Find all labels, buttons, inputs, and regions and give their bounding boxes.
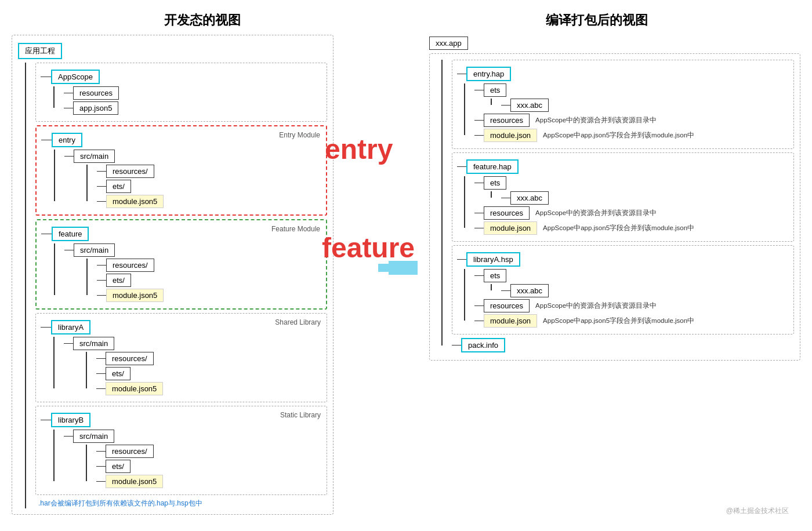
bottom-note: .har会被编译打包到所有依赖该文件的.hap与.hsp包中: [38, 499, 202, 507]
entry-module-json5-node: module.json5: [106, 195, 164, 208]
appscope-node: AppScope: [51, 70, 100, 84]
feature-node: feature: [52, 227, 89, 241]
libA-resources-ann: AppScope中的资源合并到该资源目录中: [535, 301, 657, 310]
entry-big-label: entry: [325, 133, 393, 165]
right-panel: xxx.app entry.hap ets: [429, 35, 800, 361]
libB-resources-node: resources/: [106, 445, 154, 458]
entry-resources-ann: AppScope中的资源合并到该资源目录中: [535, 116, 657, 125]
entry-module-json-ann: AppScope中app.json5字段合并到该module.json中: [543, 131, 694, 140]
resources-node: resources: [73, 86, 119, 100]
feature-resources-ann: AppScope中的资源合并到该资源目录中: [535, 209, 657, 217]
libA-ets-r-node: ets: [484, 269, 506, 282]
left-title: 开发态的视图: [164, 12, 241, 29]
right-title: 编译打包后的视图: [546, 12, 648, 29]
libA-module-json-ann: AppScope中app.json5字段合并到该module.json中: [543, 317, 694, 325]
libraryB-node: libraryB: [51, 413, 90, 427]
entry-ets-r-node: ets: [484, 83, 506, 97]
pack-info-node: pack.info: [461, 338, 505, 352]
entry-resources-r-node: resources: [484, 114, 530, 127]
entry-xxx-abc-node: xxx.abc: [510, 99, 549, 112]
right-root-node: xxx.app: [429, 37, 468, 50]
entry-ets-node: ets/: [106, 180, 131, 193]
libA-resources-node: resources/: [106, 352, 154, 365]
root-node: 应用工程: [18, 43, 62, 59]
feature-resources-node: resources/: [106, 259, 154, 272]
feature-module-json-ann: AppScope中app.json5字段合并到该module.json中: [543, 224, 694, 232]
entry-node: entry: [52, 133, 82, 147]
watermark: @稀土掘金技术社区: [726, 506, 789, 516]
feature-ets-node: ets/: [106, 274, 131, 287]
libB-src-main-node: src/main: [73, 430, 114, 443]
feature-module-json-node: module.json: [484, 221, 537, 235]
libB-ets-node: ets/: [106, 460, 130, 473]
app-json5-node: app.json5: [73, 101, 118, 115]
feature-module-json5-node: module.json5: [106, 289, 164, 302]
entry-hap-node: entry.hap: [466, 67, 511, 81]
feature-resources-r-node: resources: [484, 206, 530, 220]
feature-ets-r-node: ets: [484, 176, 506, 190]
left-panel: 应用工程 AppScope: [12, 35, 334, 515]
feature-xxx-abc-node: xxx.abc: [510, 191, 549, 205]
entry-src-main-node: src/main: [74, 150, 115, 163]
transform-arrow: [377, 261, 418, 277]
libA-ets-node: ets/: [106, 367, 130, 380]
libA-src-main-node: src/main: [73, 337, 114, 350]
entry-module-json-node: module.json: [484, 129, 537, 142]
feature-hap-node: feature.hap: [466, 159, 519, 174]
libraryA-node: libraryA: [51, 320, 90, 334]
libB-module-json5-node: module.json5: [106, 475, 163, 488]
feature-big-label: feature: [322, 232, 415, 264]
libA-module-json-node: module.json: [484, 314, 537, 328]
libA-module-json5-node: module.json5: [106, 382, 163, 395]
libraryA-hsp-node: libraryA.hsp: [466, 252, 520, 267]
entry-resources-node: resources/: [106, 165, 154, 178]
libA-xxx-abc-node: xxx.abc: [510, 284, 549, 297]
feature-src-main-node: src/main: [74, 243, 115, 257]
libA-resources-r-node: resources: [484, 299, 530, 312]
